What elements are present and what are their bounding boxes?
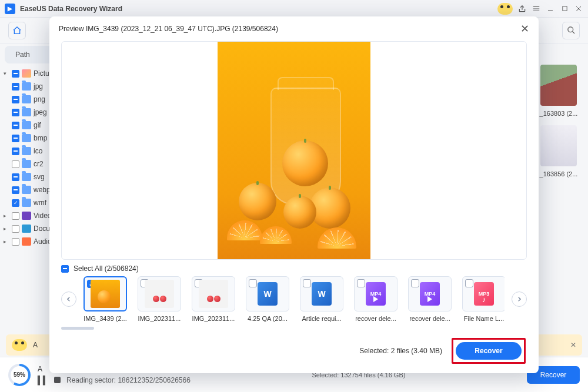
home-button[interactable] bbox=[8, 22, 26, 39]
maximize-icon[interactable] bbox=[560, 4, 569, 14]
chevron-right-icon: ▸ bbox=[4, 239, 9, 244]
checkbox[interactable] bbox=[12, 238, 19, 246]
reading-sector: Reading sector: 186212352/250626566 bbox=[66, 376, 191, 384]
thumbnail-card[interactable]: IMG_202311... bbox=[192, 276, 235, 322]
close-icon[interactable]: ✕ bbox=[520, 22, 529, 35]
mascot-icon bbox=[497, 3, 513, 15]
preview-image bbox=[218, 41, 370, 260]
thumb-card[interactable]: _163856 (2... bbox=[535, 125, 582, 177]
strip-scrollbar[interactable] bbox=[61, 327, 94, 330]
folder-icon bbox=[22, 82, 31, 91]
mp4-file-icon: MP4 bbox=[366, 282, 386, 306]
app-title: EaseUS Data Recovery Wizard bbox=[20, 5, 122, 13]
folder-icon bbox=[22, 121, 31, 129]
app-logo-icon: ▶ bbox=[5, 4, 15, 14]
tree-label: cr2 bbox=[34, 160, 44, 168]
checkbox[interactable] bbox=[12, 83, 19, 91]
thumbnail-card[interactable]: MP3File Name L... bbox=[462, 276, 505, 322]
thumbnail-label: recover dele... bbox=[408, 315, 452, 322]
checkbox[interactable] bbox=[12, 199, 19, 207]
pause-button[interactable]: ▍▍ bbox=[38, 376, 48, 385]
thumbnail-card[interactable]: IMG_3439 (2... bbox=[83, 276, 127, 322]
thumb-image bbox=[540, 65, 577, 106]
tree-label: jpeg bbox=[34, 108, 47, 116]
preview-modal: Preview IMG_3439 (2023_12_21 06_39_47 UT… bbox=[49, 16, 539, 373]
checkbox[interactable] bbox=[12, 173, 19, 181]
audio-icon bbox=[22, 237, 31, 246]
thumbnail-box bbox=[138, 276, 181, 311]
checkbox[interactable] bbox=[12, 70, 19, 78]
thumbnail-checkbox[interactable] bbox=[465, 279, 473, 287]
progress-ring: 59% bbox=[8, 364, 31, 386]
thumb-caption: _163856 (2... bbox=[535, 170, 582, 177]
modal-title: Preview IMG_3439 (2023_12_21 06_39_47 UT… bbox=[59, 25, 278, 33]
thumbnail-card[interactable]: WArticle requi... bbox=[300, 276, 343, 322]
checkbox[interactable] bbox=[12, 186, 19, 194]
thumbnail-card[interactable]: IMG_202311... bbox=[138, 276, 181, 322]
folder-icon bbox=[22, 173, 31, 181]
checkbox[interactable] bbox=[12, 122, 19, 129]
stop-button[interactable] bbox=[54, 377, 61, 383]
select-all-label: Select All (2/506824) bbox=[74, 264, 139, 273]
tree-label: svg bbox=[34, 173, 45, 181]
thumbnail-checkbox[interactable] bbox=[411, 279, 419, 287]
search-button[interactable] bbox=[562, 22, 580, 39]
thumbnail-label: File Name L... bbox=[462, 315, 505, 322]
folder-icon bbox=[22, 134, 31, 142]
thumbnail-image bbox=[145, 280, 174, 308]
checkbox[interactable] bbox=[12, 148, 19, 155]
share-icon[interactable] bbox=[517, 4, 527, 14]
modal-header: Preview IMG_3439 (2023_12_21 06_39_47 UT… bbox=[49, 16, 539, 41]
selected-summary: Selected: 2 files (3.40 MB) bbox=[359, 347, 442, 355]
folder-icon bbox=[22, 95, 31, 103]
mascot-icon bbox=[12, 339, 27, 351]
assistant-label: A bbox=[33, 341, 38, 349]
thumbnail-box bbox=[192, 276, 235, 311]
tree-label: Pictu bbox=[34, 69, 49, 78]
background-thumbnail-column: _163803 (2... _163856 (2... bbox=[535, 65, 582, 177]
tree-label: wmf bbox=[34, 199, 46, 207]
select-all-checkbox[interactable] bbox=[61, 265, 69, 273]
recover-button[interactable]: Recover bbox=[456, 342, 522, 360]
checkbox[interactable] bbox=[12, 225, 19, 233]
thumbnail-box: MP4 bbox=[408, 276, 452, 311]
strip-next-button[interactable] bbox=[512, 292, 527, 307]
assistant-close-icon[interactable]: ✕ bbox=[570, 341, 576, 349]
thumbnail-card[interactable]: MP4recover dele... bbox=[354, 276, 397, 322]
folder-icon bbox=[22, 147, 31, 155]
thumbnail-checkbox[interactable] bbox=[249, 279, 257, 287]
thumb-caption: _163803 (2... bbox=[535, 110, 582, 117]
thumbnail-image bbox=[199, 280, 228, 308]
chevron-right-icon: ▸ bbox=[4, 213, 9, 219]
videos-icon bbox=[22, 212, 31, 220]
chevron-down-icon: ▾ bbox=[4, 71, 9, 76]
checkbox[interactable] bbox=[12, 160, 19, 168]
checkbox[interactable] bbox=[12, 135, 19, 142]
thumbnail-card[interactable]: W4.25 QA (20... bbox=[246, 276, 289, 322]
checkbox[interactable] bbox=[12, 96, 19, 103]
tree-label: jpg bbox=[34, 82, 43, 91]
w-file-icon: W bbox=[258, 282, 278, 306]
checkbox[interactable] bbox=[12, 212, 19, 220]
mp3-file-icon: MP3 bbox=[474, 282, 494, 306]
thumbnail-checkbox[interactable] bbox=[357, 279, 365, 287]
thumbnail-card[interactable]: MP4recover dele... bbox=[408, 276, 452, 322]
thumbnail-box: W bbox=[300, 276, 343, 311]
svg-point-1 bbox=[567, 27, 573, 32]
folder-icon bbox=[22, 160, 31, 168]
tree-label: ico bbox=[34, 147, 42, 155]
minimize-icon[interactable] bbox=[546, 4, 555, 14]
thumbnail-box bbox=[83, 276, 127, 311]
tree-label: webp bbox=[34, 186, 51, 194]
preview-pane bbox=[61, 41, 527, 260]
folder-icon bbox=[22, 199, 31, 207]
menu-icon[interactable] bbox=[532, 4, 541, 14]
mp4-file-icon: MP4 bbox=[420, 282, 440, 306]
thumb-card[interactable]: _163803 (2... bbox=[535, 65, 582, 117]
title-close-icon[interactable] bbox=[574, 4, 583, 14]
strip-prev-button[interactable] bbox=[61, 292, 76, 307]
checkbox[interactable] bbox=[12, 109, 19, 116]
modal-footer: Selected: 2 files (3.40 MB) Recover bbox=[49, 333, 539, 373]
select-all-row[interactable]: Select All (2/506824) bbox=[61, 264, 527, 273]
thumbnail-checkbox[interactable] bbox=[303, 279, 311, 287]
